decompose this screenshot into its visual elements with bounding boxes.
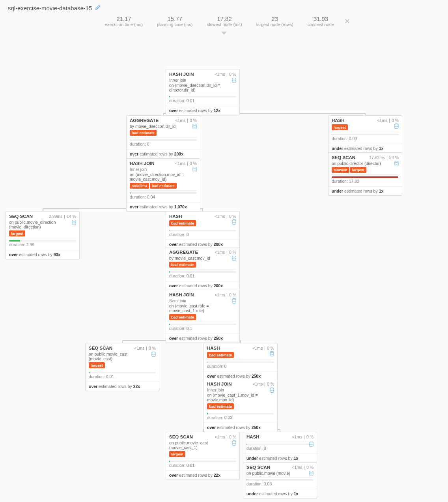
node-footer: over estimated rows by 22x	[86, 382, 159, 391]
duration-bar	[130, 192, 197, 194]
node-duration: duration: 0.04	[130, 195, 197, 199]
duration-bar	[169, 271, 236, 273]
node-footer: under estimated rows by 1x	[329, 186, 402, 195]
node-tag: bad estimate	[169, 314, 196, 320]
duration-bar	[207, 413, 274, 414]
svg-point-5	[72, 220, 76, 221]
svg-point-9	[152, 352, 155, 353]
svg-point-14	[310, 471, 313, 472]
node-duration: duration: 0.03	[332, 136, 399, 141]
node-tag: bad estimate	[130, 130, 157, 136]
node-title: HASH JOIN	[130, 161, 155, 166]
node-footer: over estimated rows by 22x	[166, 470, 239, 480]
plan-node[interactable]: HASH <1ms|0 % bad estimate duration: 0 o…	[203, 343, 278, 381]
svg-point-2	[395, 124, 398, 125]
node-stats: <1ms|0 %	[175, 161, 197, 166]
node-stats: <1ms|0 %	[175, 118, 197, 123]
node-title: SEQ SCAN	[332, 155, 355, 160]
plan-node[interactable]: HASH JOIN <1ms|0 % Inner joinon (movie_d…	[126, 158, 200, 212]
database-icon	[394, 161, 399, 166]
node-title: SEQ SCAN	[9, 214, 33, 219]
node-footer: over estimated rows by 1,070x	[127, 202, 200, 211]
plan-node[interactable]: SEQ SCAN <1ms|0 % on public.movie (movie…	[243, 462, 317, 498]
svg-point-7	[232, 256, 236, 257]
node-tag: largest	[332, 124, 348, 130]
duration-bar	[332, 134, 399, 135]
node-tag: largest	[350, 167, 366, 173]
plan-node[interactable]: AGGREGATE <1ms|0 % by movie_cast.mov_idb…	[166, 247, 240, 290]
plan-node[interactable]: HASH <1ms|0 % bad estimate duration: 0 o…	[166, 211, 240, 249]
edit-icon[interactable]	[95, 5, 101, 11]
node-tag: bad estimate	[150, 183, 177, 189]
close-icon[interactable]: ✕	[344, 17, 350, 26]
node-title: SEQ SCAN	[246, 465, 270, 470]
node-stats: <1ms|0 %	[215, 435, 236, 439]
database-icon	[394, 124, 399, 129]
node-duration: duration: 17.82	[332, 179, 399, 184]
node-stats: <1ms|0 %	[377, 118, 399, 123]
node-footer: over estimated rows by 93x	[6, 250, 79, 259]
plan-node[interactable]: SEQ SCAN 2.99ms|14 % on public.movie_dir…	[6, 211, 80, 259]
node-title: AGGREGATE	[130, 118, 159, 123]
plan-node[interactable]: HASH <1ms|0 % duration: 0 under estimate…	[243, 432, 317, 463]
node-title: SEQ SCAN	[89, 346, 112, 350]
node-stats: <1ms|0 %	[252, 382, 274, 386]
svg-point-6	[232, 219, 236, 221]
plan-node[interactable]: SEQ SCAN 17.82ms|84 % on public.director…	[328, 152, 402, 196]
node-footer: over estimated rows by 250x	[204, 423, 277, 432]
node-footer: over estimated rows by 12x	[166, 106, 239, 115]
node-stats: <1ms|0 %	[215, 214, 236, 219]
node-duration: duration: 0.03	[246, 481, 314, 486]
duration-bar	[169, 461, 236, 462]
svg-point-4	[193, 167, 196, 168]
metric-label: slowest node (ms)	[207, 22, 242, 27]
node-title: HASH JOIN	[169, 72, 194, 77]
node-duration: duration: 0.01	[169, 273, 236, 278]
plan-node[interactable]: SEQ SCAN <1ms|0 % on public.movie_cast (…	[166, 432, 240, 480]
node-duration: duration: 0	[207, 364, 274, 369]
database-icon	[309, 471, 314, 476]
svg-point-8	[232, 298, 236, 300]
database-icon	[232, 219, 236, 225]
node-stats: <1ms|0 %	[292, 465, 314, 470]
metric-label: costliest node	[308, 22, 334, 27]
page-title: sql-exercise-movie-database-15	[0, 0, 448, 13]
metric-value: 21.17	[105, 15, 143, 22]
database-icon	[270, 351, 274, 356]
plan-node[interactable]: HASH <1ms|0 % largest duration: 0.03 und…	[328, 115, 402, 153]
plan-node[interactable]: HASH JOIN <1ms|0 % Semi joinon (movie_ca…	[166, 290, 240, 343]
svg-point-3	[395, 161, 398, 162]
metric: 21.17execution time (ms)	[98, 15, 150, 27]
node-title: HASH	[332, 118, 345, 123]
metric: 15.77planning time (ms)	[150, 15, 200, 27]
node-duration: duration: 0.01	[169, 463, 236, 468]
duration-bar	[332, 176, 399, 178]
metric-value: 23	[256, 15, 293, 22]
svg-point-10	[270, 351, 274, 352]
svg-point-13	[310, 442, 313, 443]
metric-value: 31.93	[308, 15, 334, 22]
duration-bar	[207, 362, 274, 363]
plan-node[interactable]: AGGREGATE <1ms|0 % by movie_direction.di…	[126, 115, 200, 159]
node-stats: <1ms|0 %	[215, 292, 236, 297]
plan-node[interactable]: HASH JOIN <1ms|0 % Inner joinon (movie_d…	[166, 69, 240, 115]
node-stats: <1ms|0 %	[134, 346, 156, 350]
database-icon	[232, 298, 236, 303]
metric-label: largest node (rows)	[256, 22, 293, 27]
duration-bar	[169, 96, 236, 97]
database-icon	[72, 220, 76, 225]
node-title: AGGREGATE	[169, 250, 198, 255]
plan-node[interactable]: SEQ SCAN <1ms|0 % on public.movie_cast (…	[85, 343, 159, 391]
database-icon	[232, 256, 236, 261]
svg-point-12	[232, 440, 236, 442]
node-tag: largest	[89, 362, 105, 368]
node-duration: duration: 0.03	[207, 415, 274, 420]
database-icon	[270, 388, 274, 393]
node-footer: over estimated rows by 200x	[127, 149, 200, 158]
svg-point-1	[193, 124, 196, 125]
metric-value: 15.77	[157, 15, 192, 22]
duration-bar	[169, 230, 236, 231]
plan-node[interactable]: HASH JOIN <1ms|0 % Inner joinon (movie_c…	[203, 379, 278, 432]
node-tag: costliest	[130, 183, 149, 189]
node-duration: duration: 2.99	[9, 242, 76, 247]
